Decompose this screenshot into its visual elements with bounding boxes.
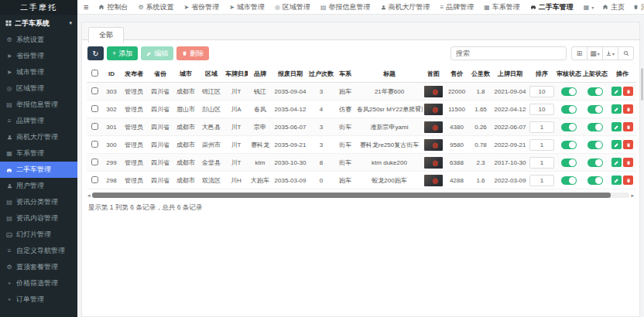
nav-tab-business-hall[interactable]: 商机大厅管理 bbox=[381, 2, 430, 12]
sort-input[interactable] bbox=[529, 157, 554, 169]
sort-input[interactable] bbox=[529, 86, 554, 97]
nav-tab-dashboard[interactable]: 控制台 bbox=[98, 2, 128, 12]
header-title[interactable]: 标题 bbox=[356, 66, 423, 83]
header-city[interactable]: 城市 bbox=[173, 66, 198, 83]
audit-toggle[interactable] bbox=[561, 158, 577, 167]
sidebar-section-used-car-system[interactable]: 二手车系统 ▾ bbox=[0, 15, 77, 32]
add-button[interactable]: +添加 bbox=[107, 46, 138, 60]
header-publisher[interactable]: 发布者 bbox=[121, 66, 147, 83]
header-plate[interactable]: 车牌归属 bbox=[224, 66, 248, 83]
scroll-right-icon[interactable]: ▸ bbox=[631, 193, 634, 198]
sidebar-item-business-hall[interactable]: 商机大厅管理 bbox=[0, 129, 77, 145]
scroll-left-icon[interactable]: ◂ bbox=[87, 193, 91, 198]
listing-toggle[interactable] bbox=[587, 176, 603, 185]
header-id[interactable]: ID bbox=[102, 66, 121, 83]
sidebar-item-news-content[interactable]: ▤资讯内容管理 bbox=[0, 210, 77, 227]
header-series[interactable]: 车系 bbox=[334, 66, 356, 83]
row-checkbox[interactable] bbox=[91, 141, 98, 148]
sidebar-item-user[interactable]: 用户管理 bbox=[0, 178, 77, 194]
listing-toggle[interactable] bbox=[587, 105, 603, 114]
header-province[interactable]: 省份 bbox=[147, 66, 173, 83]
row-checkbox[interactable] bbox=[91, 105, 98, 112]
row-delete-button[interactable] bbox=[623, 176, 633, 185]
select-all-header[interactable] bbox=[87, 66, 102, 83]
row-edit-button[interactable] bbox=[611, 104, 622, 114]
nav-tab-province[interactable]: ➤省份管理 bbox=[184, 2, 220, 12]
nav-tab-brand[interactable]: ≡品牌管理 bbox=[440, 2, 474, 12]
search-button[interactable] bbox=[618, 46, 634, 60]
nav-tab-car-series[interactable]: ▦车系管理 bbox=[484, 2, 520, 12]
home-link[interactable]: 主页 bbox=[602, 2, 625, 12]
sidebar-item-news-category[interactable]: ▤资讯分类管理 bbox=[0, 194, 77, 210]
sidebar-item-price-filter[interactable]: +价格筛选管理 bbox=[0, 275, 77, 291]
export-dropdown-button[interactable]: ▾ bbox=[602, 46, 618, 60]
listing-toggle[interactable] bbox=[587, 87, 603, 96]
view-toggle-button[interactable]: ⊞ bbox=[571, 46, 587, 60]
sidebar-item-report-info[interactable]: ▤举报信息管理 bbox=[0, 97, 77, 113]
audit-toggle[interactable] bbox=[561, 176, 577, 185]
header-listing-status[interactable]: 上架状态 bbox=[582, 66, 608, 83]
clear-cache-button[interactable]: 清除缓存 bbox=[633, 2, 644, 12]
sidebar-item-slideshow[interactable]: 幻灯片管理 bbox=[0, 227, 77, 243]
sidebar-item-used-car[interactable]: 二手车管理 bbox=[0, 162, 77, 178]
listing-toggle[interactable] bbox=[587, 123, 603, 131]
header-sort[interactable]: 排序 bbox=[528, 66, 556, 83]
row-edit-button[interactable] bbox=[611, 140, 622, 149]
scrollbar-track[interactable] bbox=[92, 193, 630, 198]
listing-thumbnail[interactable] bbox=[424, 104, 443, 115]
sort-input[interactable] bbox=[529, 104, 554, 115]
header-region[interactable]: 区域 bbox=[198, 66, 224, 83]
nav-tab-region[interactable]: ◎区域管理 bbox=[275, 2, 310, 12]
header-price[interactable]: 售价 bbox=[444, 66, 469, 83]
listing-thumbnail[interactable] bbox=[424, 157, 443, 169]
header-brand[interactable]: 品牌 bbox=[248, 66, 272, 83]
audit-toggle[interactable] bbox=[561, 87, 577, 96]
tabs-dropdown[interactable]: ▦▾ bbox=[584, 4, 594, 11]
row-edit-button[interactable] bbox=[611, 122, 622, 131]
sort-input[interactable] bbox=[529, 175, 554, 186]
listing-thumbnail[interactable] bbox=[424, 139, 443, 151]
listing-thumbnail[interactable] bbox=[424, 175, 443, 186]
sort-input[interactable] bbox=[529, 139, 554, 151]
search-input[interactable] bbox=[450, 46, 567, 60]
row-edit-button[interactable] bbox=[611, 87, 622, 96]
header-scrap-date[interactable]: 报废日期 bbox=[272, 66, 308, 83]
row-checkbox[interactable] bbox=[91, 176, 98, 183]
row-checkbox[interactable] bbox=[91, 123, 98, 130]
nav-tab-used-car[interactable]: 二手车管理 bbox=[530, 2, 574, 12]
listing-thumbnail[interactable] bbox=[424, 86, 443, 97]
select-all-checkbox[interactable] bbox=[91, 70, 98, 77]
sidebar-item-car-series[interactable]: ▦车系管理 bbox=[0, 145, 77, 162]
sidebar-item-region[interactable]: ◎区域管理 bbox=[0, 80, 77, 97]
edit-button[interactable]: 编辑 bbox=[141, 46, 173, 60]
columns-dropdown-button[interactable]: ▦▾ bbox=[587, 46, 603, 60]
listing-toggle[interactable] bbox=[587, 158, 603, 167]
header-mileage[interactable]: 公里数 bbox=[469, 66, 492, 83]
audit-toggle[interactable] bbox=[561, 105, 577, 114]
tab-all[interactable]: 全部 bbox=[88, 27, 124, 43]
header-transfer-count[interactable]: 过户次数 bbox=[308, 66, 334, 83]
row-checkbox[interactable] bbox=[91, 87, 98, 94]
row-edit-button[interactable] bbox=[611, 158, 622, 167]
sidebar-item-order[interactable]: +订单管理 bbox=[0, 291, 77, 308]
audit-toggle[interactable] bbox=[561, 123, 577, 131]
audit-toggle[interactable] bbox=[561, 141, 577, 149]
nav-tab-report-info[interactable]: ▤举报信息管理 bbox=[320, 2, 371, 12]
sidebar-item-brand[interactable]: ≡品牌管理 bbox=[0, 113, 77, 129]
header-audit-status[interactable]: 审核状态 bbox=[556, 66, 582, 83]
row-delete-button[interactable] bbox=[623, 140, 633, 149]
scrollbar-thumb[interactable] bbox=[92, 193, 611, 198]
row-delete-button[interactable] bbox=[623, 87, 633, 96]
nav-tab-system-settings[interactable]: ⚙系统设置 bbox=[138, 2, 173, 12]
refresh-button[interactable]: ↻ bbox=[87, 46, 104, 60]
nav-tab-city[interactable]: ➤城市管理 bbox=[229, 2, 265, 12]
row-delete-button[interactable] bbox=[623, 158, 633, 167]
row-checkbox[interactable] bbox=[91, 158, 98, 165]
row-edit-button[interactable] bbox=[611, 176, 622, 185]
row-delete-button[interactable] bbox=[623, 104, 633, 114]
sort-input[interactable] bbox=[529, 121, 554, 133]
delete-button[interactable]: 删除 bbox=[176, 46, 209, 60]
header-register-date[interactable]: 上牌日期 bbox=[492, 66, 528, 83]
listing-toggle[interactable] bbox=[587, 141, 603, 149]
hamburger-menu-icon[interactable]: ≡ bbox=[84, 2, 88, 12]
